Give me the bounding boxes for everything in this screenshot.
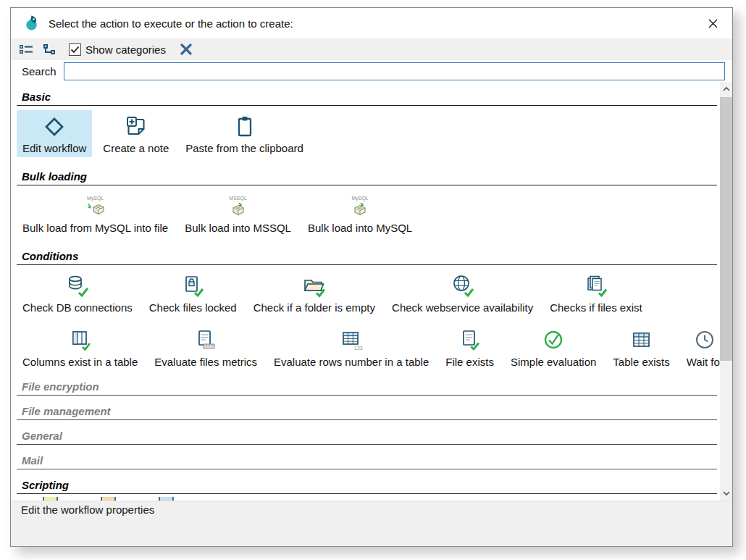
javascript-icon: JS <box>41 497 60 501</box>
action-item-label: Simple evaluation <box>511 356 596 368</box>
action-item-simple-evaluation[interactable]: Simple evaluation <box>505 324 602 371</box>
edit-workflow-icon <box>42 114 67 140</box>
search-input[interactable] <box>64 62 725 80</box>
action-item-label: Bulk load from MySQL into file <box>22 222 168 234</box>
action-item-label: Bulk load into MySQL <box>308 222 412 234</box>
action-item-javascript[interactable]: JS <box>35 497 66 501</box>
hop-logo-icon <box>24 14 41 32</box>
action-item-bulk-load-into-mssql[interactable]: MSSQL Bulk load into MSSQL <box>179 190 297 237</box>
action-item-label: Checks if files exist <box>550 301 642 314</box>
category-header: General <box>17 430 717 445</box>
action-item-label: Columns exist in a table <box>22 356 138 368</box>
scroll-down-icon[interactable] <box>720 486 732 501</box>
table-columns-check-icon <box>68 327 93 354</box>
statusbar: Edit the workflow properties <box>11 501 732 547</box>
mssql-bulk-in-icon: MSSQL <box>226 193 251 220</box>
mysql-bulk-in-icon: MySQL <box>348 193 372 220</box>
category-header: Basic <box>17 91 717 106</box>
action-item-shell[interactable]: > <box>93 497 124 501</box>
create-note-icon <box>124 114 148 140</box>
action-item-check-webservice-availability[interactable]: Check webservice availability <box>386 269 539 317</box>
action-item-sql[interactable]: SQL <box>151 497 182 501</box>
table-icon <box>629 327 654 354</box>
category-bulk-loading: Bulk loading MySQL Bulk load f <box>17 170 717 237</box>
category-header: File management <box>17 405 717 420</box>
list-view-icon[interactable] <box>17 41 35 58</box>
category-header: Conditions <box>17 250 717 265</box>
svg-text:123: 123 <box>354 346 363 351</box>
database-check-icon <box>65 273 90 299</box>
action-item-label: Evaluate rows number in a table <box>274 356 429 368</box>
category-scripting: Scripting JS <box>17 479 717 501</box>
sql-icon: SQL <box>157 497 176 501</box>
action-item-label: Check if a folder is empty <box>253 301 375 314</box>
action-select-dialog: Select the action to execute or the acti… <box>10 7 733 547</box>
scroll-up-icon[interactable] <box>720 82 732 96</box>
category-general: General <box>17 430 717 445</box>
file-metrics-icon <box>193 327 218 354</box>
files-stack-check-icon <box>584 273 608 299</box>
clock-icon <box>692 327 717 354</box>
action-item-check-if-a-folder-is-empty[interactable]: Check if a folder is empty <box>248 269 381 317</box>
table-rows-count-icon: 123 <box>339 327 364 354</box>
action-item-wait-for[interactable]: Wait for <box>681 324 720 371</box>
show-categories-label: Show categories <box>85 43 166 56</box>
action-item-checks-if-files-exist[interactable]: Checks if files exist <box>544 269 648 317</box>
file-lock-check-icon <box>180 273 205 299</box>
clear-x-icon[interactable] <box>176 41 196 58</box>
action-item-evaluate-files-metrics[interactable]: Evaluate files metrics <box>148 324 263 371</box>
action-item-evaluate-rows-number-in-a-table[interactable]: 123 Evaluate rows number in a table <box>268 324 435 371</box>
action-item-table-exists[interactable]: Table exists <box>607 324 675 371</box>
titlebar: Select the action to execute or the acti… <box>11 8 732 38</box>
action-item-columns-exist-in-a-table[interactable]: Columns exist in a table <box>17 324 143 371</box>
category-file-encryption: File encryption <box>17 380 717 396</box>
action-item-label: Check DB connections <box>22 301 133 314</box>
file-check-icon <box>458 327 482 354</box>
toolbar: Show categories <box>11 38 732 60</box>
category-header: File encryption <box>17 380 717 396</box>
category-mail: Mail <box>17 454 717 469</box>
action-scrollpane: Basic Edit workflow <box>11 82 720 501</box>
action-item-label: File exists <box>445 356 494 368</box>
dialog-title: Select the action to execute or the acti… <box>49 17 703 30</box>
action-item-create-a-note[interactable]: Create a note <box>97 110 175 157</box>
action-item-label: Check files locked <box>149 301 237 314</box>
scrollbar-thumb[interactable] <box>720 97 732 361</box>
category-conditions: Conditions Check DB connections <box>17 250 717 371</box>
action-item-label: Check webservice availability <box>392 301 533 314</box>
action-item-label: Edit workflow <box>22 142 86 154</box>
simple-evaluation-icon <box>541 327 566 354</box>
category-header: Bulk loading <box>17 170 717 185</box>
action-item-label: Create a note <box>103 142 169 154</box>
category-file-management: File management <box>17 405 717 420</box>
tree-view-icon[interactable] <box>40 41 59 58</box>
mysql-bulk-out-icon: MySQL <box>83 193 108 220</box>
action-list: Basic Edit workflow <box>11 82 732 501</box>
action-item-label: Wait for <box>687 356 720 368</box>
globe-check-icon <box>450 273 475 299</box>
search-row: Search <box>11 60 732 82</box>
action-item-label: Evaluate files metrics <box>154 356 257 368</box>
action-item-check-db-connections[interactable]: Check DB connections <box>17 269 138 317</box>
action-item-bulk-load-from-mysql-into-file[interactable]: MySQL Bulk load from MySQL into file <box>17 190 174 237</box>
action-item-edit-workflow[interactable]: Edit workflow <box>17 110 92 157</box>
category-header: Mail <box>17 454 717 469</box>
action-item-file-exists[interactable]: File exists <box>440 324 500 371</box>
close-icon[interactable] <box>703 14 722 33</box>
action-item-label: Bulk load into MSSQL <box>185 222 291 234</box>
action-item-paste-from-the-clipboard[interactable]: Paste from the clipboard <box>180 110 309 157</box>
category-header: Scripting <box>17 479 717 494</box>
clipboard-icon <box>232 114 257 140</box>
vertical-scrollbar[interactable] <box>720 82 732 501</box>
search-label: Search <box>22 65 56 78</box>
action-item-label: Table exists <box>613 356 669 368</box>
shell-icon: > <box>99 497 118 501</box>
action-item-bulk-load-into-mysql[interactable]: MySQL Bulk load into MySQL <box>302 190 418 237</box>
action-item-check-files-locked[interactable]: Check files locked <box>143 269 243 317</box>
selected-action-description: Edit the workflow properties <box>21 503 154 516</box>
action-item-label: Paste from the clipboard <box>185 142 303 154</box>
folder-check-icon <box>302 273 327 299</box>
category-basic: Basic Edit workflow <box>17 91 717 157</box>
show-categories-checkbox[interactable]: Show categories <box>69 43 166 56</box>
